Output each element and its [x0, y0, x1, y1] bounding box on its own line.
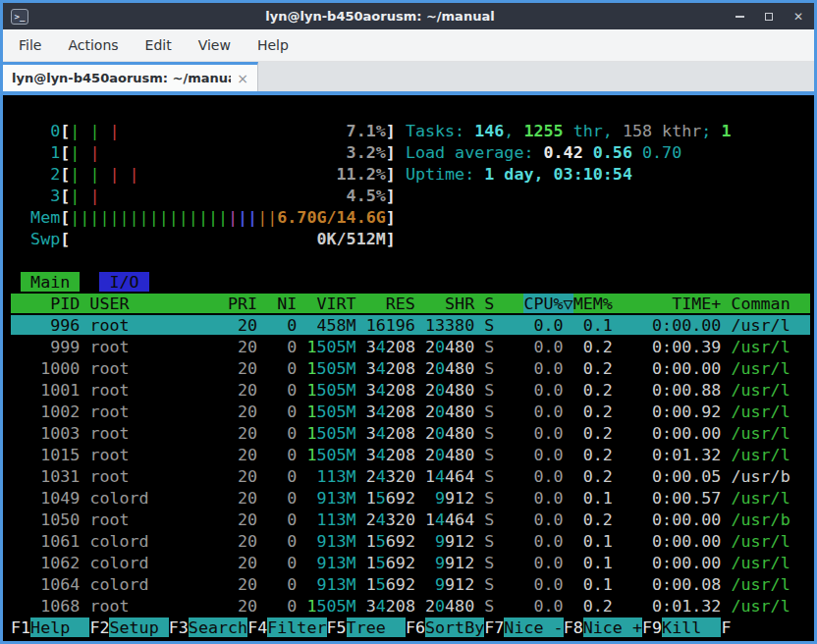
- fkey-f2[interactable]: F2Setup: [89, 617, 168, 637]
- process-row-1068[interactable]: 1068 root 20 0 1505M 34208 20480 S 0.0 0…: [11, 595, 814, 617]
- fkey-f9[interactable]: F9Kill: [642, 617, 721, 637]
- menu-item-actions[interactable]: Actions: [68, 37, 118, 53]
- process-row-1031[interactable]: 1031 root 20 0 113M 24320 14464 S 0.0 0.…: [11, 465, 814, 487]
- window-title: lyn@lyn-b450aorusm: ~/manual: [28, 9, 732, 24]
- restore-button[interactable]: [761, 9, 777, 25]
- fkey-f4[interactable]: F4Filter: [247, 617, 326, 637]
- process-row-1015[interactable]: 1015 root 20 0 1505M 34208 20480 S 0.0 0…: [11, 444, 814, 465]
- meter-value-swp: 0K/512M: [316, 229, 385, 248]
- load-average-line: Load average: 0.42 0.56 0.70: [406, 142, 681, 162]
- swap-meter: Swp[ 0K/512M]: [11, 228, 814, 249]
- cpu-meter-0: 0[| | | 7.1%] Tasks: 146, 1255 thr, 158 …: [11, 120, 814, 141]
- tab-close-icon[interactable]: ×: [237, 71, 248, 86]
- fkey-f5[interactable]: F5Tree: [327, 617, 406, 637]
- process-row-1001[interactable]: 1001 root 20 0 1505M 34208 20480 S 0.0 0…: [11, 379, 814, 401]
- fkey-f3[interactable]: F3Search: [169, 617, 247, 637]
- htop-tab-main[interactable]: Main: [21, 272, 80, 292]
- process-row-996[interactable]: 996 root 20 0 458M 16196 13380 S 0.0 0.1…: [11, 314, 814, 336]
- blank-line: [11, 98, 814, 120]
- process-row-1050[interactable]: 1050 root 20 0 113M 24320 14464 S 0.0 0.…: [11, 509, 814, 530]
- terminal-screen: 0[| | | 7.1%] Tasks: 146, 1255 thr, 158 …: [3, 95, 814, 641]
- process-table-header[interactable]: PID USER PRI NI VIRT RES SHR S CPU%▽MEM%…: [11, 293, 814, 314]
- terminal-tab[interactable]: lyn@lyn-b450aorusm: ~/manual ×: [3, 62, 258, 91]
- process-row-1003[interactable]: 1003 root 20 0 1505M 34208 20480 S 0.0 0…: [11, 422, 814, 444]
- meter-value-mem: 6.70G/14.6G: [277, 207, 386, 227]
- tasks-line: Tasks: 146, 1255 thr, 158 kthr; 1: [406, 121, 732, 140]
- cpu-meter-3: 3[| | 4.5%]: [11, 185, 814, 206]
- menu-item-help[interactable]: Help: [257, 37, 289, 53]
- meter-value-2: 11.2%: [337, 164, 386, 184]
- menu-item-view[interactable]: View: [198, 37, 231, 53]
- fkey-f7[interactable]: F7Nice -: [484, 617, 563, 637]
- htop-tab-io[interactable]: I/O: [99, 272, 148, 292]
- process-row-1064[interactable]: 1064 colord 20 0 913M 15692 9912 S 0.0 0…: [11, 573, 814, 595]
- minimize-button[interactable]: [732, 9, 747, 25]
- blank-line: [11, 249, 814, 271]
- tabbar: lyn@lyn-b450aorusm: ~/manual ×: [3, 62, 814, 95]
- uptime-line: Uptime: 1 day, 03:10:54: [406, 164, 632, 184]
- menu-item-edit[interactable]: Edit: [145, 37, 172, 53]
- process-row-1000[interactable]: 1000 root 20 0 1505M 34208 20480 S 0.0 0…: [11, 357, 814, 379]
- meter-value-0: 7.1%: [347, 121, 386, 140]
- cpu-meter-2: 2[| | | | 11.2%] Uptime: 1 day, 03:10:54: [11, 163, 814, 185]
- process-row-1062[interactable]: 1062 colord 20 0 913M 15692 9912 S 0.0 0…: [11, 552, 814, 573]
- titlebar: >_ lyn@lyn-b450aorusm: ~/manual ✕: [3, 3, 814, 29]
- process-row-1061[interactable]: 1061 colord 20 0 913M 15692 9912 S 0.0 0…: [11, 530, 814, 552]
- close-button[interactable]: ✕: [790, 9, 806, 25]
- terminal-window: >_ lyn@lyn-b450aorusm: ~/manual ✕ FileAc…: [0, 0, 817, 644]
- column-header-cpu-sort[interactable]: CPU%▽: [523, 294, 572, 313]
- fkey-f6[interactable]: F6SortBy: [406, 617, 484, 637]
- menubar: FileActionsEditViewHelp: [3, 29, 814, 62]
- fkey-f1[interactable]: F1Help: [11, 617, 89, 637]
- function-key-bar: F1Help F2Setup F3SearchF4FilterF5Tree F6…: [11, 617, 814, 638]
- meter-value-1: 3.2%: [347, 142, 386, 162]
- terminal-app-icon: >_: [11, 9, 28, 25]
- fkey-f[interactable]: F: [721, 617, 731, 637]
- process-row-1049[interactable]: 1049 colord 20 0 913M 15692 9912 S 0.0 0…: [11, 487, 814, 509]
- memory-meter: Mem[|||||||||||||||||||||6.70G/14.6G]: [11, 206, 814, 228]
- meter-value-3: 4.5%: [347, 186, 386, 205]
- fkey-f8[interactable]: F8Nice +: [564, 617, 642, 637]
- menu-item-file[interactable]: File: [19, 37, 41, 53]
- process-row-1002[interactable]: 1002 root 20 0 1505M 34208 20480 S 0.0 0…: [11, 401, 814, 422]
- tab-title: lyn@lyn-b450aorusm: ~/manual: [12, 71, 231, 85]
- cpu-meter-1: 1[| | 3.2%] Load average: 0.42 0.56 0.70: [11, 141, 814, 163]
- process-row-999[interactable]: 999 root 20 0 1505M 34208 20480 S 0.0 0.…: [11, 336, 814, 357]
- htop-view-tabs: Main I/O: [11, 271, 814, 293]
